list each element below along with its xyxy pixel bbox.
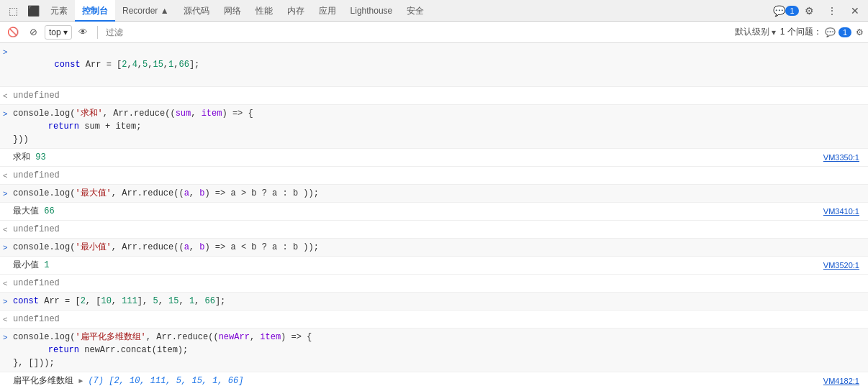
code-text: console.log('最大值', Arr.reduce((a, b) => … — [13, 187, 319, 200]
toolbar-right: 默认级别 ▾ 1 个问题： 💬 1 ⚙ — [735, 26, 864, 38]
input-arrow-icon: > — [3, 331, 13, 344]
devtools-inspect-icon[interactable]: ⬚ — [3, 1, 23, 21]
console-input-row: > console.log('扁平化多维数组', Arr.reduce((new… — [0, 328, 868, 372]
level-dropdown-arrow: ▾ — [772, 27, 776, 37]
code-text: const Arr = [2, [10, 111], 5, 15, 1, 66]… — [13, 295, 225, 308]
undefined-text: undefined — [13, 169, 60, 182]
tab-application[interactable]: 应用 — [312, 0, 343, 22]
tab-console[interactable]: 控制台 — [75, 0, 115, 22]
code-text: })) — [13, 133, 253, 146]
close-icon[interactable]: ✕ — [845, 1, 865, 21]
tab-elements[interactable]: 元素 — [43, 0, 75, 22]
console-input-row: > const Arr = [2,4,5,15,1,66]; — [0, 43, 868, 86]
source-link[interactable]: VM4182:1 — [823, 374, 865, 386]
tab-sources[interactable]: 源代码 — [176, 0, 217, 22]
console-area: > const Arr = [2,4,5,15,1,66]; < undefin… — [0, 43, 868, 386]
list-item: > console.log('求和', Arr.reduce((sum, ite… — [0, 105, 868, 149]
filter-input[interactable] — [103, 27, 732, 37]
default-level-label: 默认级别 — [735, 26, 769, 38]
device-toggle-icon[interactable]: ⬛ — [23, 1, 43, 21]
console-output-row: < undefined — [0, 167, 868, 184]
context-top-label: top — [49, 27, 61, 37]
list-item: > console.log('最大值', Arr.reduce((a, b) =… — [0, 185, 868, 203]
undefined-text: undefined — [13, 89, 60, 102]
top-nav: ⬚ ⬛ 元素 控制台 Recorder ▲ 源代码 网络 性能 内存 应用 Li… — [0, 0, 868, 22]
dropdown-arrow-icon: ▾ — [63, 27, 68, 37]
source-link[interactable]: VM3350:1 — [823, 151, 865, 164]
output-arrow-icon: < — [3, 313, 13, 326]
console-input-row: > console.log('最小值', Arr.reduce((a, b) =… — [0, 239, 868, 256]
console-output-row: < undefined — [0, 87, 868, 104]
output-arrow-icon: < — [3, 224, 13, 236]
output-with-link: 扁平化多维数组 ► (7) [2, 10, 111, 5, 15, 1, 66]… — [13, 374, 865, 386]
list-item: < undefined — [0, 167, 868, 185]
tab-security[interactable]: 安全 — [399, 0, 431, 22]
input-arrow-icon: > — [3, 242, 13, 254]
vm-link: VM4182:1 — [823, 377, 859, 385]
code-text: return sum + item; — [13, 120, 253, 133]
output-with-link: 求和 93 VM3350:1 — [13, 151, 865, 164]
tab-lighthouse[interactable]: Lighthouse — [343, 0, 400, 22]
tab-network[interactable]: 网络 — [217, 0, 248, 22]
code-text: return newArr.concat(item); — [13, 344, 312, 357]
undefined-text: undefined — [13, 277, 60, 290]
source-link[interactable]: VM3520:1 — [823, 259, 865, 272]
list-item: 扁平化多维数组 ► (7) [2, 10, 111, 5, 15, 1, 66]… — [0, 372, 868, 386]
code-text: }, [])); — [13, 357, 312, 369]
output-text: 最小值 1 — [13, 259, 49, 272]
settings-icon[interactable]: ⚙ — [799, 1, 819, 21]
output-arrow-icon: < — [3, 170, 13, 182]
context-dropdown[interactable]: top ▾ — [45, 25, 72, 40]
console-input-row: > const Arr = [2, [10, 111], 5, 15, 1, 6… — [0, 293, 868, 310]
input-arrow-icon: > — [3, 188, 13, 200]
tab-recorder[interactable]: Recorder ▲ — [115, 0, 176, 22]
expand-icon[interactable]: ► — [78, 377, 83, 385]
default-level-dropdown[interactable]: 默认级别 ▾ — [735, 26, 776, 38]
undefined-text: undefined — [13, 223, 60, 236]
tab-memory[interactable]: 内存 — [280, 0, 312, 22]
console-settings-icon[interactable]: ⚙ — [856, 27, 864, 37]
list-item: > const Arr = [2, [10, 111], 5, 15, 1, 6… — [0, 293, 868, 311]
tab-performance[interactable]: 性能 — [248, 0, 280, 22]
list-item: > const Arr = [2,4,5,15,1,66]; — [0, 43, 868, 87]
output-with-link: 最大值 66 VM3410:1 — [13, 205, 865, 218]
list-item: < undefined — [0, 275, 868, 293]
issues-count[interactable]: 1 个问题： 💬 1 — [780, 26, 851, 38]
input-arrow-icon: > — [3, 295, 13, 308]
code-text: console.log('最小值', Arr.reduce((a, b) => … — [13, 241, 319, 254]
issues-badge-count: 1 — [838, 27, 851, 37]
console-output-row: < undefined — [0, 311, 868, 328]
issues-text: 1 个问题： — [780, 26, 822, 38]
output-arrow-icon: < — [3, 90, 13, 102]
list-item: 求和 93 VM3350:1 — [0, 149, 868, 167]
eye-icon[interactable]: 👁 — [75, 24, 92, 41]
vm-link: VM3410:1 — [823, 207, 859, 216]
vm-link: VM3350:1 — [823, 153, 859, 162]
undefined-text: undefined — [13, 313, 60, 326]
console-output-row: < undefined — [0, 221, 868, 238]
vm-link: VM3520:1 — [823, 261, 859, 270]
list-item: 最大值 66 VM3410:1 — [0, 203, 868, 221]
output-with-link: 最小值 1 VM3520:1 — [13, 259, 865, 272]
input-arrow-icon: > — [3, 108, 13, 120]
more-icon[interactable]: ⋮ — [822, 1, 842, 21]
console-input-row: > console.log('最大值', Arr.reduce((a, b) =… — [0, 185, 868, 202]
console-output-row: 扁平化多维数组 ► (7) [2, 10, 111, 5, 15, 1, 66]… — [0, 372, 868, 386]
output-text: 求和 93 — [13, 151, 46, 164]
list-item: > console.log('扁平化多维数组', Arr.reduce((new… — [0, 328, 868, 372]
separator — [97, 26, 98, 39]
code-text: console.log('求和', Arr.reduce((sum, item)… — [13, 107, 253, 120]
console-toolbar: 🚫 ⊘ top ▾ 👁 默认级别 ▾ 1 个问题： 💬 1 ⚙ — [0, 22, 868, 43]
list-item: < undefined — [0, 311, 868, 328]
output-text: 最大值 66 — [13, 205, 55, 218]
clear-console-icon[interactable]: 🚫 — [4, 24, 22, 41]
input-arrow-icon: > — [3, 46, 13, 58]
list-item: < undefined — [0, 87, 868, 105]
console-output-row: < undefined — [0, 275, 868, 292]
filter-icon[interactable]: ⊘ — [24, 24, 42, 41]
message-badge[interactable]: 💬 1 — [776, 1, 796, 21]
console-output-row: 最小值 1 VM3520:1 — [0, 257, 868, 274]
source-link[interactable]: VM3410:1 — [823, 205, 865, 218]
list-item: 最小值 1 VM3520:1 — [0, 257, 868, 275]
list-item: > console.log('最小值', Arr.reduce((a, b) =… — [0, 239, 868, 257]
